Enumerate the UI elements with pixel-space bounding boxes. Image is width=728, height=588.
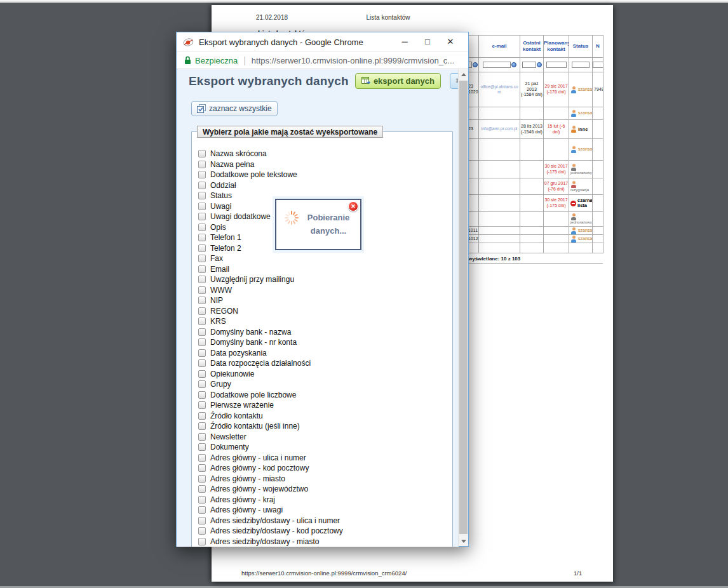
- field-row-10[interactable]: Fax: [198, 253, 450, 264]
- field-row-17[interactable]: Domyślny bank - nazwa: [198, 327, 450, 338]
- field-checkbox[interactable]: [198, 286, 206, 294]
- filter-lookup-icon[interactable]: [473, 62, 478, 67]
- maximize-button[interactable]: □: [416, 33, 439, 51]
- field-checkbox[interactable]: [198, 401, 206, 409]
- field-checkbox[interactable]: [198, 265, 206, 273]
- filter-input-ostatni-kontakt[interactable]: [522, 62, 536, 68]
- filter-input-email[interactable]: [483, 62, 511, 68]
- field-checkbox[interactable]: [198, 475, 206, 483]
- field-checkbox[interactable]: [198, 192, 206, 199]
- field-row-34[interactable]: Adres główny - uwagi: [198, 505, 450, 516]
- field-row-21[interactable]: Opiekunowie: [198, 369, 450, 380]
- field-row-2[interactable]: Dodatkowe pole tekstowe: [198, 170, 450, 180]
- field-row-25[interactable]: Źródło kontaktu: [198, 411, 450, 422]
- field-row-35[interactable]: Adres siedziby/dostawy - ulica i numer: [198, 516, 450, 526]
- field-checkbox[interactable]: [198, 538, 206, 545]
- field-checkbox[interactable]: [198, 234, 206, 241]
- scrollbar-thumb[interactable]: [459, 81, 468, 534]
- field-checkbox[interactable]: [198, 454, 206, 462]
- security-label[interactable]: Bezpieczna: [195, 56, 238, 65]
- cell-num: [593, 195, 603, 212]
- field-row-29[interactable]: Adres główny - ulica i numer: [198, 453, 450, 464]
- field-row-36[interactable]: Adres siedziby/dostawy - kod pocztowy: [198, 526, 450, 537]
- field-row-28[interactable]: Dokumenty: [198, 442, 450, 453]
- field-checkbox[interactable]: [198, 297, 206, 304]
- scrollbar-down-arrow-icon[interactable]: [459, 536, 468, 546]
- field-checkbox[interactable]: [198, 349, 206, 357]
- field-row-0[interactable]: Nazwa skrócona: [198, 149, 450, 159]
- loading-close-button[interactable]: ✕: [348, 201, 358, 211]
- field-row-12[interactable]: Uwzględnij przy mailingu: [198, 274, 450, 285]
- field-row-27[interactable]: Newsletter: [198, 432, 450, 443]
- cell-planned-contact: [544, 107, 569, 120]
- cell-last-contact: [520, 178, 544, 195]
- field-row-19[interactable]: Data pozyskania: [198, 348, 450, 359]
- field-checkbox[interactable]: [198, 150, 206, 157]
- field-label: Nazwa pełna: [210, 160, 254, 169]
- field-checkbox[interactable]: [198, 359, 206, 367]
- field-checkbox[interactable]: [198, 328, 206, 336]
- field-checkbox[interactable]: [198, 203, 206, 210]
- field-row-32[interactable]: Adres główny - województwo: [198, 484, 450, 495]
- field-checkbox[interactable]: [198, 380, 206, 388]
- field-row-16[interactable]: KRS: [198, 316, 450, 327]
- field-checkbox[interactable]: [198, 213, 206, 220]
- field-checkbox[interactable]: [198, 464, 206, 472]
- field-checkbox[interactable]: [198, 338, 206, 346]
- filter-input-status[interactable]: [572, 62, 590, 68]
- field-row-14[interactable]: NIP: [198, 295, 450, 306]
- filter-lookup-icon[interactable]: [537, 62, 542, 67]
- field-row-33[interactable]: Adres główny - kraj: [198, 495, 450, 505]
- address-url[interactable]: https://serwer10.crmvision-online.pl:999…: [252, 56, 461, 65]
- field-row-15[interactable]: REGON: [198, 306, 450, 317]
- field-row-20[interactable]: Data rozpoczęcia działalności: [198, 358, 450, 369]
- field-checkbox[interactable]: [198, 307, 206, 315]
- field-checkbox[interactable]: [198, 182, 206, 189]
- field-row-13[interactable]: WWW: [198, 285, 450, 296]
- scrollbar-up-arrow-icon[interactable]: [459, 69, 468, 79]
- field-checkbox[interactable]: [198, 527, 206, 535]
- status-label: jednorazowy: [570, 171, 592, 175]
- field-checkbox[interactable]: [198, 443, 206, 451]
- field-checkbox[interactable]: [198, 517, 206, 525]
- field-row-24[interactable]: Pierwsze wrażenie: [198, 400, 450, 411]
- field-row-23[interactable]: Dodatkowe pole liczbowe: [198, 390, 450, 401]
- field-row-11[interactable]: Email: [198, 264, 450, 275]
- filter-lookup-icon[interactable]: [511, 62, 516, 67]
- filter-input-n[interactable]: [593, 62, 603, 68]
- field-row-22[interactable]: Grupy: [198, 379, 450, 390]
- field-checkbox[interactable]: [198, 317, 206, 325]
- field-checkbox[interactable]: [198, 422, 206, 430]
- field-row-30[interactable]: Adres główny - kod pocztowy: [198, 463, 450, 474]
- field-checkbox[interactable]: [198, 276, 206, 283]
- field-row-3[interactable]: Oddział: [198, 180, 450, 191]
- minimize-button[interactable]: ─: [393, 33, 416, 51]
- field-checkbox[interactable]: [198, 496, 206, 504]
- table-header-status: Status: [569, 36, 593, 58]
- field-row-26[interactable]: Źródło kontaktu (jeśli inne): [198, 421, 450, 432]
- field-checkbox[interactable]: [198, 161, 206, 168]
- field-checkbox[interactable]: [198, 485, 206, 493]
- popup-scrollbar[interactable]: [458, 69, 468, 546]
- cell-planned-contact: 30 sie 2017 (-175 dni): [544, 161, 569, 178]
- field-checkbox[interactable]: [198, 391, 206, 399]
- field-checkbox[interactable]: [198, 412, 206, 420]
- field-checkbox[interactable]: [198, 433, 206, 441]
- field-row-18[interactable]: Domyślny bank - nr konta: [198, 337, 450, 348]
- cell-email: [479, 139, 520, 161]
- field-checkbox[interactable]: [198, 255, 206, 262]
- close-window-button[interactable]: ✕: [439, 33, 462, 51]
- field-checkbox[interactable]: [198, 224, 206, 231]
- field-row-1[interactable]: Nazwa pełna: [198, 159, 450, 170]
- close-page-button[interactable]: ✖ Zamknij: [450, 73, 459, 89]
- field-row-31[interactable]: Adres główny - miasto: [198, 474, 450, 484]
- field-checkbox[interactable]: [198, 506, 206, 514]
- select-all-button[interactable]: zaznacz wszystkie: [191, 101, 278, 116]
- filter-input-planowany-kontakt[interactable]: [546, 62, 567, 68]
- field-label: KRS: [210, 317, 226, 326]
- field-checkbox[interactable]: [198, 244, 206, 252]
- field-row-37[interactable]: Adres siedziby/dostawy - miasto: [198, 537, 450, 547]
- field-checkbox[interactable]: [198, 171, 206, 178]
- field-checkbox[interactable]: [198, 370, 206, 378]
- export-data-button[interactable]: eksport danych: [355, 73, 441, 89]
